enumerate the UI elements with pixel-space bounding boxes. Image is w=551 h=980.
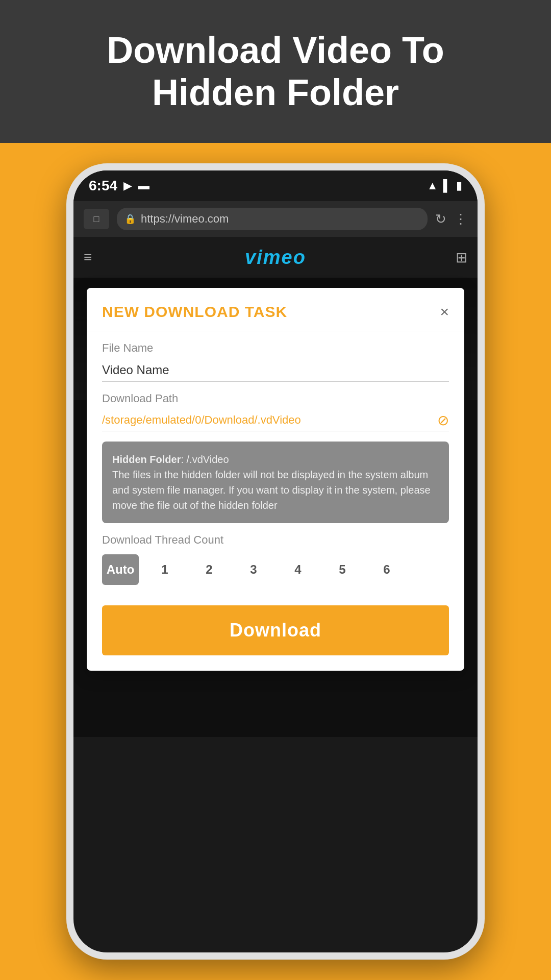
thread-4-btn[interactable]: 4 (280, 554, 316, 585)
status-bar-right: ▲ ▌ ▮ (427, 179, 462, 192)
top-header: Download Video ToHidden Folder (0, 0, 551, 143)
battery-icon: ▮ (456, 179, 462, 192)
hidden-folder-info: Hidden Folder: /.vdVideo The files in th… (102, 442, 449, 523)
storage-status-icon: ▬ (138, 179, 149, 192)
url-text: https://vimeo.com (141, 212, 420, 226)
silent-button (66, 395, 72, 446)
thread-2-btn[interactable]: 2 (191, 554, 228, 585)
info-description: The files in the hidden folder will not … (112, 469, 431, 511)
download-path-label: Download Path (102, 392, 449, 405)
phone-mockup: 6:54 ▶ ▬ ▲ ▌ ▮ □ 🔒 https://vimeo.com ↻ ⋮ (66, 163, 485, 960)
browser-tab[interactable]: □ (84, 209, 109, 229)
thread-auto-btn[interactable]: Auto (102, 554, 139, 585)
signal-icon: ▌ (443, 179, 451, 192)
vimeo-hamburger-icon[interactable]: ≡ (84, 249, 92, 265)
reload-icon[interactable]: ↻ (435, 211, 446, 227)
phone-content: NEW DOWNLOAD TASK × File Name Download P… (73, 278, 478, 737)
page-title: Download Video ToHidden Folder (107, 29, 444, 114)
vimeo-search-icon[interactable]: ⊞ (456, 249, 467, 266)
download-path-row: /storage/emulated/0/Download/.vdVideo ⊘ (102, 409, 449, 431)
vimeo-navbar: ≡ vimeo ⊞ (73, 237, 478, 278)
wifi-icon: ▲ (427, 179, 438, 192)
vimeo-logo: vimeo (245, 247, 306, 268)
power-button (479, 324, 485, 364)
close-button[interactable]: × (440, 303, 449, 321)
play-status-icon: ▶ (123, 179, 132, 192)
eye-slash-icon[interactable]: ⊘ (437, 412, 449, 429)
file-name-input[interactable] (102, 359, 449, 382)
volume-up-button (66, 293, 72, 324)
thread-3-btn[interactable]: 3 (235, 554, 272, 585)
orange-background: 6:54 ▶ ▬ ▲ ▌ ▮ □ 🔒 https://vimeo.com ↻ ⋮ (0, 143, 551, 980)
dialog-overlay: NEW DOWNLOAD TASK × File Name Download P… (73, 278, 478, 737)
browser-bar: □ 🔒 https://vimeo.com ↻ ⋮ (73, 201, 478, 237)
status-bar-left: 6:54 ▶ ▬ (89, 178, 149, 194)
browser-actions: ↻ ⋮ (435, 211, 467, 227)
download-dialog: NEW DOWNLOAD TASK × File Name Download P… (87, 288, 464, 671)
volume-down-button (66, 334, 72, 385)
thread-1-btn[interactable]: 1 (146, 554, 183, 585)
thread-5-btn[interactable]: 5 (324, 554, 361, 585)
info-box-text: Hidden Folder: /.vdVideo The files in th… (112, 452, 439, 513)
file-name-label: File Name (102, 341, 449, 355)
folder-name: : /.vdVideo (181, 454, 229, 465)
menu-icon[interactable]: ⋮ (454, 211, 467, 227)
dialog-title: NEW DOWNLOAD TASK (102, 303, 287, 321)
thread-options: Auto 1 2 3 4 5 6 (102, 554, 449, 585)
thread-6-btn[interactable]: 6 (368, 554, 405, 585)
status-time: 6:54 (89, 178, 117, 194)
address-bar[interactable]: 🔒 https://vimeo.com (117, 208, 428, 230)
status-bar: 6:54 ▶ ▬ ▲ ▌ ▮ (73, 170, 478, 201)
hidden-folder-label: Hidden Folder (112, 454, 181, 465)
dialog-body: File Name Download Path /storage/emulate… (87, 331, 464, 595)
download-path-value: /storage/emulated/0/Download/.vdVideo (102, 409, 437, 431)
dialog-header: NEW DOWNLOAD TASK × (87, 288, 464, 331)
download-button[interactable]: Download (102, 605, 449, 655)
lock-icon: 🔒 (124, 213, 136, 225)
thread-count-label: Download Thread Count (102, 533, 449, 547)
